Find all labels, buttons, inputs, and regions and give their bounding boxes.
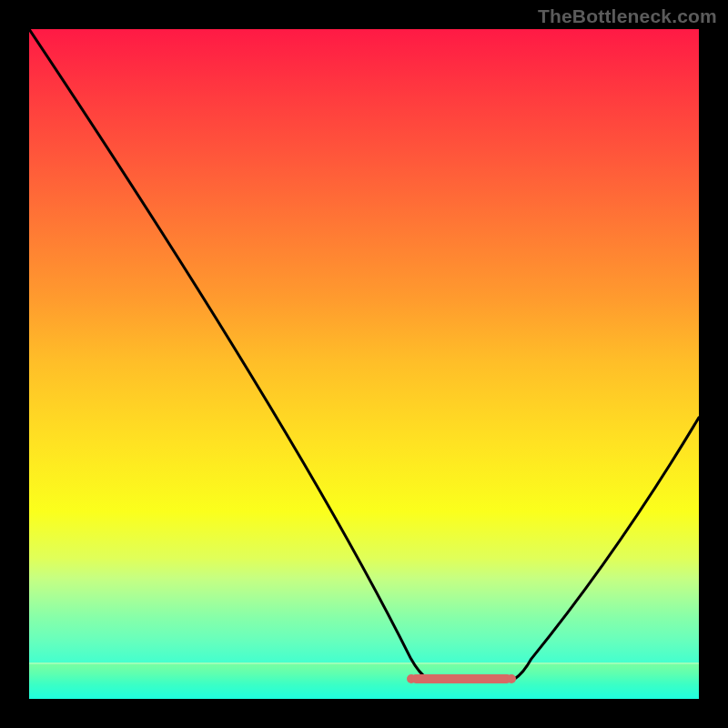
flat-region-track (411, 674, 511, 683)
plot-area (29, 29, 699, 699)
chart-container: TheBottleneck.com (0, 0, 728, 728)
chart-curve (29, 29, 699, 699)
flat-region-end-marker (507, 674, 516, 683)
watermark-text: TheBottleneck.com (538, 5, 717, 27)
